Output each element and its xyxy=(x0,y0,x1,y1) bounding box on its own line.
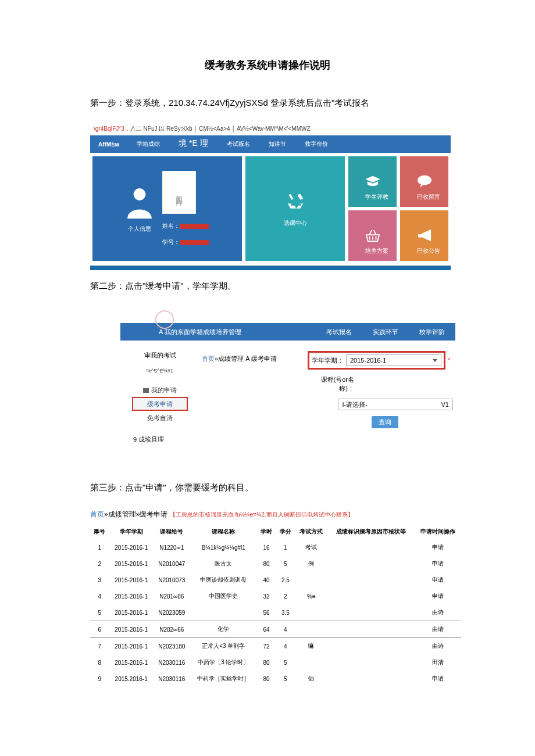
table-cell xyxy=(327,539,415,556)
table-header: 课程给号 xyxy=(154,524,190,539)
table-cell: 16 xyxy=(257,539,276,556)
breadcrumb-home[interactable]: 首页 xyxy=(90,510,104,518)
apply-link[interactable]: 申请 xyxy=(415,588,461,604)
table-cell: 2015-2016-1 xyxy=(109,621,154,638)
table-header: 考试方式 xyxy=(295,524,327,539)
table-header: 课程名称 xyxy=(190,524,257,539)
student-eval-tile[interactable]: 学生评教 xyxy=(348,156,397,207)
table-cell: 铀 xyxy=(295,671,327,687)
sidebar-item-defer[interactable]: 缓考申请 xyxy=(132,397,188,411)
apply-link[interactable]: 申请 xyxy=(415,539,461,556)
table-cell: 2 xyxy=(276,588,295,604)
table-cell: N202∞66 xyxy=(154,621,190,638)
table-cell: N2023180 xyxy=(154,638,190,655)
breadcrumb: 首页»成矮管理»缓考申请 【工舆总的市核强显充血 fu½¼e=¼2.而且入磺断田… xyxy=(90,510,461,519)
table-cell: 3 xyxy=(90,572,109,588)
training-plan-tile[interactable]: 培养方案 xyxy=(348,210,397,261)
svg-point-1 xyxy=(418,175,431,185)
sidebar-item-myapply[interactable]: 我的申请 xyxy=(132,384,188,396)
table-header: 学时 xyxy=(257,524,276,539)
term-label: 学年学期： xyxy=(312,356,344,365)
main-nav: AffM±ıa 学箱成综 境 *E 理 考试叛名 知讲节 救字帘价 xyxy=(90,135,451,153)
speech-bubble-icon xyxy=(416,174,433,189)
inbox-msg-tile[interactable]: 巳收留言 xyxy=(400,156,448,207)
nav-item[interactable]: 考试报名 xyxy=(316,328,362,336)
nav-item[interactable]: 境 *E 理 xyxy=(169,139,217,149)
nav-item[interactable]: 考试叛名 xyxy=(217,140,259,148)
table-cell: 4 xyxy=(90,588,109,604)
table-row: 42015-2016-1N201∞86中国医学史322%≡申请 xyxy=(90,588,461,604)
apply-link[interactable]: 由诗 xyxy=(415,638,461,655)
apply-link[interactable]: 申请 xyxy=(415,572,461,588)
table-header: 申请时间操作 xyxy=(415,524,461,539)
table-cell: N201∞86 xyxy=(154,588,190,604)
table-row: 12015-2016-1N1220∞1B¼1k¼g¼¼g#l1161考试申请 xyxy=(90,539,461,556)
table-cell: 嘛 xyxy=(295,638,327,655)
breadcrumb-home[interactable]: 首页 xyxy=(202,355,215,362)
apply-link[interactable]: 申请 xyxy=(415,671,461,687)
chevron-down-icon xyxy=(433,359,437,362)
table-cell: 80 xyxy=(257,556,276,572)
apply-link[interactable]: 申请 xyxy=(415,556,461,572)
table-cell: 考试 xyxy=(295,539,327,556)
nav-item[interactable]: 校学评阶 xyxy=(409,328,455,336)
graduation-cap-icon xyxy=(364,175,381,189)
sidebar-footer: 9 成埃且理 xyxy=(129,435,191,444)
table-cell xyxy=(327,604,415,621)
person-icon xyxy=(125,184,154,220)
table-cell: 2015.2016-1 xyxy=(109,671,154,687)
table-cell xyxy=(327,588,415,604)
table-cell: 1 xyxy=(276,539,295,556)
table-cell: N2010047 xyxy=(154,556,190,572)
table-cell: 中药学［实鲶学时］ xyxy=(190,671,257,687)
sidebar-item-exempt[interactable]: 免考自清 xyxy=(132,412,188,424)
table-cell: 5 xyxy=(276,556,295,572)
nav-item[interactable]: 救字帘价 xyxy=(295,140,337,148)
table-cell: N2030116 xyxy=(154,671,190,687)
table-cell: 2 xyxy=(90,556,109,572)
table-cell: 5 xyxy=(276,671,295,687)
table-cell: %≡ xyxy=(295,588,327,604)
table-note: 【工舆总的市核强显充血 fu½¼e=¼2.而且入磺断田活电烤试中心联系】 xyxy=(170,511,354,518)
table-cell: N1220∞1 xyxy=(154,539,190,556)
table-header: 学年学期 xyxy=(109,524,154,539)
basket-icon xyxy=(364,228,381,243)
nav-item[interactable]: 实践环节 xyxy=(362,328,409,336)
nav-item[interactable]: 知讲节 xyxy=(259,140,295,148)
table-cell xyxy=(327,671,415,687)
table-row: 32015-2016-1N2010073中医诊却依则训母402.5申请 xyxy=(90,572,461,588)
notice-tile[interactable]: 巳收公告 xyxy=(400,210,448,261)
course-select[interactable]: I-请选择- V1 xyxy=(338,399,453,410)
table-cell: 2015-2016-1 xyxy=(109,604,154,621)
table-cell xyxy=(295,572,327,588)
table-row: 62015-2016-1N202∞66化学644由请 xyxy=(90,621,461,638)
noimg-placeholder: 暂无图片 xyxy=(162,171,196,214)
browser-topbar: \gr4BqIFJ*3，八二 NFuJ 以 ReSy:Kkb │ CM½<Aa>… xyxy=(90,125,451,135)
table-cell: 56 xyxy=(257,604,276,621)
screenshot-apply: A 我的东面学箱成绩培养管理 考试报名 实践环节 校学评阶 审我的考试 %^S^… xyxy=(120,308,455,450)
apply-link[interactable]: 由诗 xyxy=(415,604,461,621)
table-cell: 1 xyxy=(90,539,109,556)
table-cell: N2030116 xyxy=(154,654,190,671)
table-cell: 2015-2016-1 xyxy=(109,638,154,655)
screenshot-dashboard: \gr4BqIFJ*3，八二 NFuJ 以 ReSy:Kkb │ CM½<Aa>… xyxy=(90,125,451,270)
table-cell: N2010073 xyxy=(154,572,190,588)
table-cell: 2015-2016-1 xyxy=(109,539,154,556)
search-button[interactable]: 查询 xyxy=(372,416,398,428)
term-select[interactable]: 2015-2016-1 xyxy=(346,354,441,366)
personal-info-tile[interactable]: 个人信思 暂无图片 姓名： 学号： xyxy=(92,156,242,261)
table-cell xyxy=(295,604,327,621)
apply-link[interactable]: 田清 xyxy=(415,654,461,671)
sidebar-header: 审我的考试 xyxy=(129,351,191,360)
table-cell xyxy=(327,638,415,655)
table-header: 成绩标识摆考原因市核状等 xyxy=(327,524,415,539)
nav-item[interactable]: 学箱成综 xyxy=(127,140,169,148)
apply-link[interactable]: 由请 xyxy=(415,621,461,638)
table-cell: B¼1k¼g¼¼g#l1 xyxy=(190,539,257,556)
recycle-icon xyxy=(284,190,307,214)
course-center-tile[interactable]: 选课中心 xyxy=(245,156,345,261)
table-cell: 2015-2016-1 xyxy=(109,654,154,671)
table-cell: 2.5 xyxy=(276,572,295,588)
nav-item[interactable]: A 我的东面学箱成绩培养管理 xyxy=(120,328,252,336)
table-row: 82015-2016-1N2030116中药学〔3 论学时〕805田清 xyxy=(90,654,461,671)
